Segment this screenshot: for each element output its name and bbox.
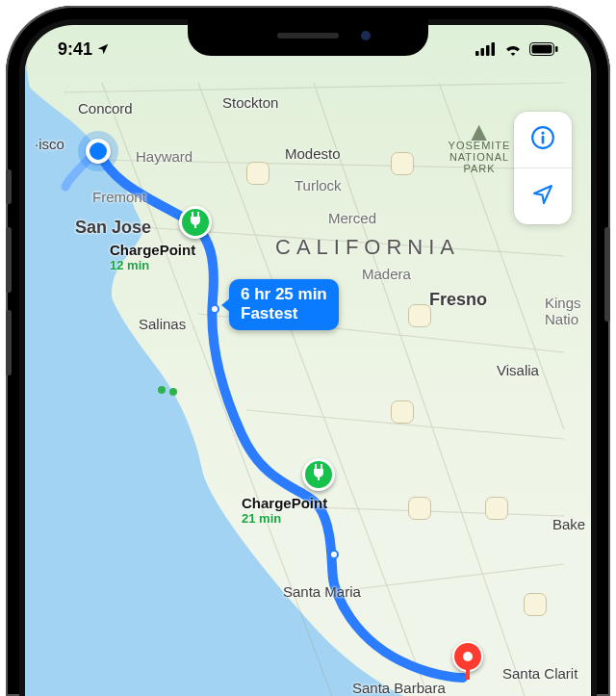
recenter-button[interactable]: [514, 168, 572, 224]
city-bake: Bake: [552, 516, 585, 532]
svg-rect-12: [194, 224, 196, 228]
city-fremont: Fremont: [92, 189, 146, 205]
route-time: 6 hr 25 min: [241, 285, 327, 304]
svg-rect-14: [321, 464, 322, 469]
mute-switch: [6, 169, 12, 204]
location-services-icon: [96, 42, 110, 56]
destination-pin[interactable]: [452, 641, 483, 680]
volume-up-button: [6, 227, 12, 293]
map-canvas[interactable]: ChargePoint 12 min ChargePoint 21 min: [25, 25, 591, 696]
city-stockton: Stockton: [222, 94, 278, 111]
highway-shield-icon: [408, 497, 431, 520]
highway-shield-icon: [391, 152, 414, 175]
charging-stop-pin-1[interactable]: [179, 206, 212, 239]
park-label: ▲ Yosemite National Park: [441, 126, 518, 174]
highway-shield-icon: [246, 162, 270, 185]
charging-stop-1-name: ChargePoint: [110, 242, 195, 258]
plug-icon: [189, 212, 202, 233]
charging-stop-2-label: ChargePoint 21 min: [242, 495, 327, 526]
svg-point-8: [541, 132, 544, 135]
park-line3: Park: [441, 163, 518, 174]
city-madera: Madera: [362, 266, 411, 282]
battery-icon: [529, 42, 558, 56]
charging-stop-2-duration: 21 min: [242, 511, 327, 526]
park-line2: National: [441, 151, 518, 163]
charging-stop-pin-2[interactable]: [302, 458, 335, 491]
city-fresno: Fresno: [429, 290, 487, 310]
phone-bezel: 9:41: [19, 19, 597, 696]
city-sf: ·isco: [35, 136, 64, 152]
route-waypoint-dot: [210, 304, 219, 314]
power-button: [604, 227, 610, 322]
svg-rect-3: [492, 42, 496, 56]
region-label: California: [275, 235, 460, 260]
poi-dot: [158, 386, 166, 394]
highway-shield-icon: [408, 304, 431, 327]
highway-shield-icon: [485, 497, 508, 520]
screen: 9:41: [25, 25, 591, 696]
svg-rect-2: [486, 45, 490, 56]
phone-frame: 9:41: [6, 6, 610, 696]
city-kings: Kings Natio: [545, 295, 581, 327]
map-controls: [514, 112, 572, 224]
mountain-icon: ▲: [441, 126, 518, 138]
speaker-grille: [277, 33, 339, 39]
city-turlock: Turlock: [295, 177, 342, 193]
city-sanjose: San Jose: [75, 218, 151, 238]
city-modesto: Modesto: [285, 145, 341, 162]
svg-rect-13: [315, 464, 317, 469]
notch: [188, 19, 428, 56]
svg-rect-11: [197, 212, 199, 217]
poi-dot: [169, 388, 177, 396]
city-hayward: Hayward: [136, 148, 192, 165]
city-concord: Concord: [78, 100, 133, 116]
charging-stop-2-name: ChargePoint: [242, 495, 327, 511]
city-santabarbara: Santa Barbara: [352, 680, 446, 696]
route-waypoint-dot: [329, 550, 339, 559]
cellular-bars-icon: [475, 42, 497, 56]
highway-shield-icon: [391, 400, 414, 424]
svg-rect-0: [475, 51, 479, 56]
current-location-dot[interactable]: [86, 139, 111, 164]
info-icon: [530, 125, 555, 154]
front-camera: [361, 31, 371, 40]
city-santamaria: Santa Maria: [283, 583, 361, 600]
city-santaclarita: Santa Clarit: [502, 665, 578, 682]
plug-icon: [312, 464, 325, 485]
charging-stop-1-duration: 12 min: [110, 258, 195, 272]
volume-down-button: [6, 310, 12, 375]
map-info-button[interactable]: [514, 112, 572, 168]
svg-rect-10: [192, 212, 193, 217]
city-salinas: Salinas: [139, 316, 186, 332]
svg-rect-6: [555, 46, 558, 52]
svg-rect-1: [481, 48, 485, 56]
charging-stop-1-label: ChargePoint 12 min: [110, 242, 195, 272]
svg-rect-15: [318, 477, 320, 480]
wifi-icon: [503, 42, 523, 56]
location-arrow-icon: [531, 183, 554, 210]
svg-rect-9: [542, 136, 545, 144]
route-tag: Fastest: [241, 304, 327, 323]
highway-shield-icon: [524, 593, 547, 616]
status-time: 9:41: [58, 39, 92, 60]
city-visalia: Visalia: [497, 362, 539, 378]
park-line1: Yosemite: [441, 140, 518, 151]
city-merced: Merced: [328, 210, 376, 226]
route-callout[interactable]: 6 hr 25 min Fastest: [229, 279, 339, 330]
svg-rect-5: [532, 45, 552, 54]
